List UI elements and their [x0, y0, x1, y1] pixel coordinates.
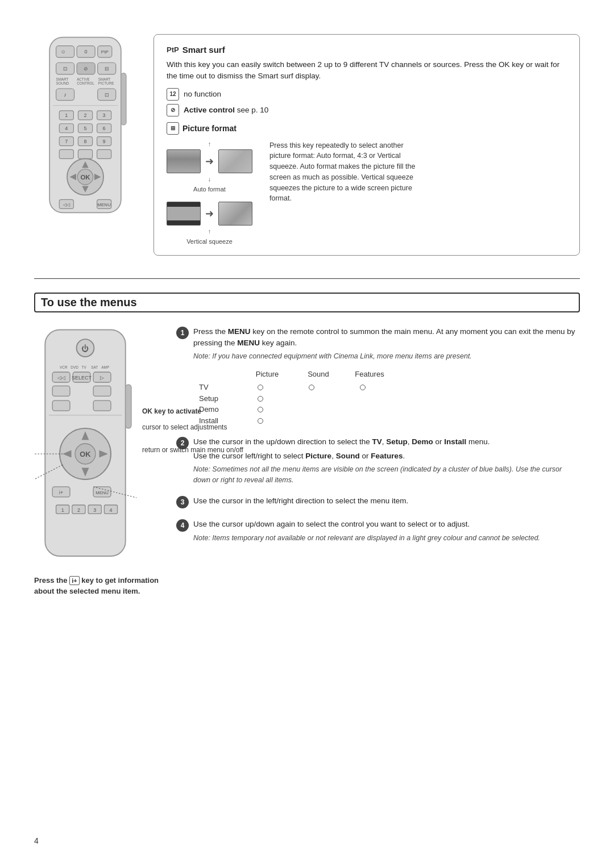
- svg-text:PICTURE: PICTURE: [98, 81, 114, 85]
- svg-text:4: 4: [65, 126, 68, 131]
- col-picture: Picture: [242, 369, 293, 380]
- svg-text:⊡: ⊡: [63, 66, 68, 72]
- svg-text:0: 0: [85, 49, 88, 55]
- smart-surf-description: With this key you can easily switch betw…: [167, 59, 567, 82]
- smart-surf-label: Smart surf: [182, 45, 225, 55]
- svg-text:3: 3: [103, 112, 106, 118]
- svg-text:◁◁: ◁◁: [57, 374, 65, 380]
- no-function-icon: 12: [167, 88, 179, 101]
- svg-rect-72: [93, 386, 111, 396]
- svg-text:1: 1: [65, 112, 68, 118]
- return-switch-label: return or switch main menu on/off: [142, 444, 243, 456]
- svg-text:DVD: DVD: [70, 365, 78, 369]
- svg-text:⊘: ⊘: [84, 66, 88, 72]
- svg-rect-44: [97, 149, 111, 158]
- step-3-num: 3: [176, 496, 189, 508]
- menu-diagram: Picture Sound Features TV: [193, 369, 580, 427]
- svg-text:2: 2: [84, 112, 86, 118]
- svg-text:8: 8: [84, 139, 86, 144]
- tv-dot-features: [360, 385, 366, 390]
- menu-row-install: Install: [199, 415, 580, 427]
- step-3: 3 Use the cursor in the left/right direc…: [176, 495, 580, 508]
- auto-format-pair: ➜: [167, 149, 252, 173]
- svg-text:3: 3: [93, 507, 96, 512]
- setup-dot-picture: [258, 396, 263, 402]
- svg-rect-43: [78, 149, 92, 158]
- tv-dots: [235, 385, 388, 390]
- svg-text:⊟: ⊟: [105, 66, 109, 72]
- svg-text:7: 7: [65, 139, 68, 144]
- svg-text:9: 9: [103, 139, 106, 144]
- svg-text:CONTROL: CONTROL: [77, 81, 94, 85]
- install-dot-picture: [258, 418, 263, 424]
- svg-rect-71: [52, 386, 70, 396]
- menu-row-tv: TV: [199, 382, 580, 393]
- ok-activate-label: OK key to activate: [142, 406, 243, 417]
- active-control-row: ⊘ Active control see p. 10: [167, 104, 567, 116]
- step-2-content: Use the cursor in the up/down direction …: [193, 436, 580, 485]
- svg-rect-42: [59, 149, 73, 158]
- svg-text:♪: ♪: [64, 91, 67, 98]
- setup-dots: [235, 396, 286, 402]
- svg-rect-56: [121, 73, 126, 125]
- top-section: ☺ 0 PtP ⊡ ⊘ ⊟ SMART SOUND ACTIVE CONTROL…: [34, 34, 580, 256]
- tv-dot-sound: [309, 385, 314, 390]
- active-control-icon: ⊘: [167, 104, 179, 116]
- step-4-num: 4: [176, 519, 189, 532]
- auto-format-before: [167, 149, 201, 173]
- vertical-squeeze-pair: ➜: [167, 202, 252, 226]
- step-1-content: Press the MENU key on the remote control…: [193, 326, 580, 427]
- svg-text:AMP: AMP: [101, 365, 109, 369]
- format-row: ↑ ➜ ↓ Aut: [167, 140, 252, 245]
- picture-format-title: ⊞ Picture format: [167, 122, 567, 135]
- svg-text:OK: OK: [80, 174, 90, 181]
- svg-text:TV: TV: [82, 365, 87, 369]
- svg-text:SOUND: SOUND: [56, 81, 69, 85]
- svg-text:6: 6: [103, 126, 106, 131]
- auto-format-label: Auto format: [193, 186, 226, 193]
- svg-rect-95: [126, 384, 131, 428]
- picture-format-icon: ⊞: [167, 122, 179, 135]
- press-info: Press the i+ key to get information abou…: [34, 575, 159, 597]
- svg-text:⊡: ⊡: [105, 92, 109, 98]
- tv-dot-picture: [258, 385, 263, 390]
- col-features: Features: [344, 369, 395, 380]
- demo-dot-picture: [258, 407, 263, 412]
- menu-label-tv: TV: [199, 382, 230, 393]
- smart-surf-icon: PtP: [167, 45, 179, 54]
- step-1-num: 1: [176, 327, 189, 339]
- remote-diagram-bottom: ⏻ VCR DVD TV SAT AMP ◁◁ SELECT ▷: [34, 326, 148, 561]
- vsqueeze-after: [218, 202, 252, 226]
- svg-text:SAT: SAT: [91, 365, 98, 369]
- section-title: To use the menus: [34, 293, 580, 312]
- no-function-row: 12 no function: [167, 88, 567, 101]
- left-panel: ⏻ VCR DVD TV SAT AMP ◁◁ SELECT ▷: [34, 326, 159, 597]
- remote-diagram-top: ☺ 0 PtP ⊡ ⊘ ⊟ SMART SOUND ACTIVE CONTROL…: [34, 34, 136, 256]
- auto-format-arrow: ➜: [205, 155, 214, 168]
- remote-svg-bottom: ⏻ VCR DVD TV SAT AMP ◁◁ SELECT ▷: [34, 326, 136, 560]
- page: ☺ 0 PtP ⊡ ⊘ ⊟ SMART SOUND ACTIVE CONTROL…: [0, 0, 614, 868]
- menu-row-setup: Setup: [199, 393, 580, 404]
- info-box: PtP Smart surf With this key you can eas…: [154, 34, 580, 256]
- svg-text:MENU: MENU: [96, 490, 109, 495]
- svg-text:MENU: MENU: [97, 202, 111, 207]
- svg-text:OK: OK: [80, 450, 91, 458]
- cursor-select-label: cursor to select adjustments: [142, 422, 243, 433]
- no-function-label: no function: [184, 90, 221, 98]
- vsqueeze-before: [167, 202, 201, 226]
- smart-surf-title: PtP Smart surf: [167, 45, 567, 55]
- svg-rect-74: [93, 400, 111, 411]
- section-divider: [34, 278, 580, 279]
- picture-format-section: ⊞ Picture format ↑: [167, 122, 567, 245]
- format-description: Press this key repeatedly to select anot…: [269, 140, 417, 245]
- svg-text:4: 4: [109, 507, 112, 512]
- format-diagrams: ↑ ➜ ↓ Aut: [167, 140, 567, 245]
- page-number: 4: [34, 836, 39, 845]
- svg-text:◁◁: ◁◁: [63, 202, 70, 207]
- right-panel: 1 Press the MENU key on the remote contr…: [176, 326, 580, 597]
- svg-text:SELECT: SELECT: [72, 374, 92, 380]
- auto-format-after: [218, 149, 252, 173]
- iplus-icon: i+: [69, 576, 79, 585]
- bottom-section: To use the menus ⏻ VCR DVD TV: [34, 290, 580, 597]
- picture-format-label: Picture format: [182, 124, 237, 133]
